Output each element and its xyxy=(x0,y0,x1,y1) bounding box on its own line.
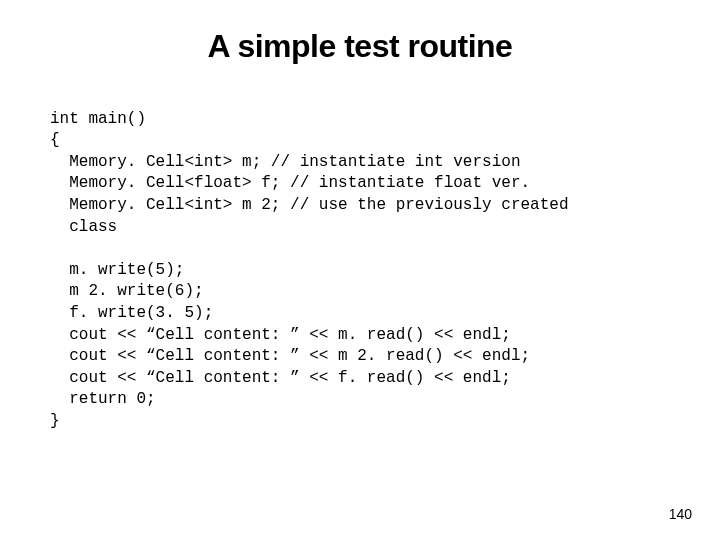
code-line: cout << “Cell content: ” << m. read() <<… xyxy=(50,326,511,344)
code-line: f. write(3. 5); xyxy=(50,304,213,322)
code-line: class xyxy=(50,218,117,236)
code-line: cout << “Cell content: ” << m 2. read() … xyxy=(50,347,530,365)
code-line: int main() xyxy=(50,110,146,128)
slide-container: A simple test routine int main() { Memor… xyxy=(0,0,720,433)
page-number: 140 xyxy=(669,506,692,522)
slide-title: A simple test routine xyxy=(50,28,670,65)
code-line: Memory. Cell<int> m; // instantiate int … xyxy=(50,153,520,171)
code-line: return 0; xyxy=(50,390,156,408)
code-line: Memory. Cell<float> f; // instantiate fl… xyxy=(50,174,530,192)
code-line: m. write(5); xyxy=(50,261,184,279)
code-line: Memory. Cell<int> m 2; // use the previo… xyxy=(50,196,568,214)
code-line: } xyxy=(50,412,60,430)
code-line: m 2. write(6); xyxy=(50,282,204,300)
code-line: { xyxy=(50,131,60,149)
code-block: int main() { Memory. Cell<int> m; // ins… xyxy=(50,87,670,433)
code-line: cout << “Cell content: ” << f. read() <<… xyxy=(50,369,511,387)
